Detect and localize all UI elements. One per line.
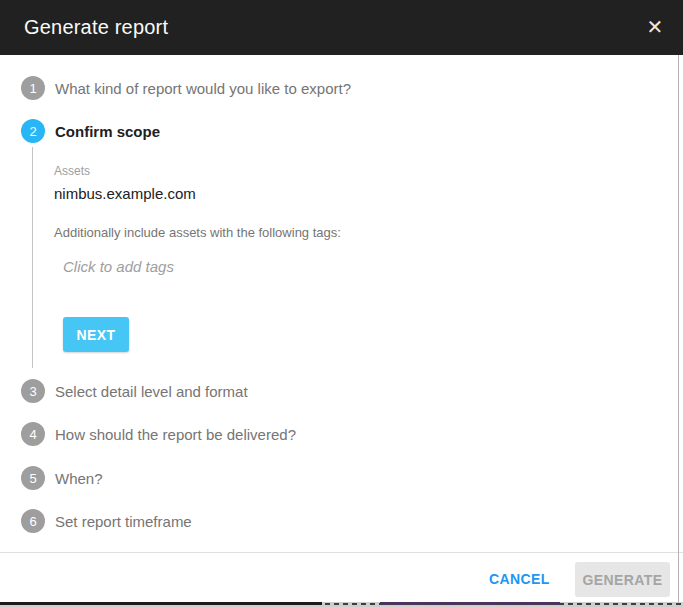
background-text-fragments	[325, 603, 683, 605]
dialog-title: Generate report	[24, 16, 168, 39]
step-6-label: Set report timeframe	[55, 513, 192, 530]
step-1-label: What kind of report would you like to ex…	[55, 80, 351, 97]
step-2-number-badge: 2	[21, 119, 45, 143]
step-5-when[interactable]: 5 When?	[21, 466, 103, 490]
step-2-confirm-scope[interactable]: 2 Confirm scope	[21, 119, 160, 143]
step-1-number-badge: 1	[21, 76, 45, 100]
step-5-number-badge: 5	[21, 466, 45, 490]
background-page-strip	[0, 602, 683, 607]
step-6-timeframe[interactable]: 6 Set report timeframe	[21, 509, 192, 533]
tags-instruction-label: Additionally include assets with the fol…	[54, 225, 341, 240]
step-2-label: Confirm scope	[55, 123, 160, 140]
step-6-number-badge: 6	[21, 509, 45, 533]
scrollbar-track-line	[678, 55, 679, 607]
close-icon[interactable]: ✕	[642, 14, 668, 40]
step-connector-line	[32, 147, 33, 368]
assets-label: Assets	[54, 164, 90, 178]
step-3-detail-level[interactable]: 3 Select detail level and format	[21, 379, 248, 403]
cancel-button[interactable]: CANCEL	[481, 562, 558, 597]
step-5-label: When?	[55, 470, 103, 487]
step-3-number-badge: 3	[21, 379, 45, 403]
step-4-delivery[interactable]: 4 How should the report be delivered?	[21, 422, 296, 446]
step-3-label: Select detail level and format	[55, 383, 248, 400]
step-4-number-badge: 4	[21, 422, 45, 446]
step-1-report-kind[interactable]: 1 What kind of report would you like to …	[21, 76, 351, 100]
generate-button[interactable]: GENERATE	[575, 562, 670, 597]
tags-input[interactable]	[63, 258, 343, 275]
assets-value: nimbus.example.com	[54, 185, 196, 202]
background-dark-segment	[0, 602, 322, 605]
footer-divider	[0, 552, 683, 553]
next-button[interactable]: NEXT	[63, 317, 129, 352]
step-4-label: How should the report be delivered?	[55, 426, 296, 443]
dialog-header: Generate report ✕	[0, 0, 683, 55]
